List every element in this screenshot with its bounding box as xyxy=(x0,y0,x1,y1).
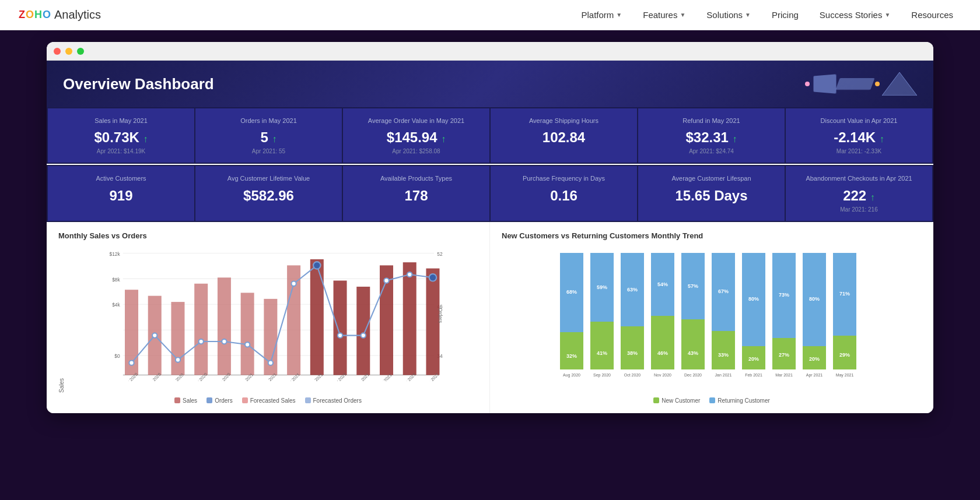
kpi-orders-may-value: 5 ↑ xyxy=(205,129,332,146)
legend-forecasted-orders-dot xyxy=(305,397,311,403)
svg-rect-24 xyxy=(356,287,370,375)
kpi-discount-arrow: ↑ xyxy=(880,134,884,144)
svg-point-28 xyxy=(129,360,134,365)
customer-chart-legend: New Customer Returning Customer xyxy=(502,397,922,404)
svg-point-37 xyxy=(338,333,342,337)
kpi-row-1: Sales in May 2021 $0.73K ↑ Apr 2021: $14… xyxy=(47,107,933,164)
legend-returning-customer: Returning Customer xyxy=(709,397,769,404)
svg-text:38%: 38% xyxy=(627,350,638,356)
nav-solutions[interactable]: Solutions ▼ xyxy=(698,6,759,23)
nav-features[interactable]: Features ▼ xyxy=(635,6,694,23)
kpi-product-types-label: Available Products Types xyxy=(352,174,480,182)
svg-point-40 xyxy=(407,272,412,276)
stacked-chart: 68% 32% 59% 41% 63% 38% xyxy=(502,247,922,393)
kpi-discount: Discount Value in Apr 2021 -2.14K ↑ Mar … xyxy=(786,108,932,163)
svg-text:71%: 71% xyxy=(839,291,850,297)
kpi-purchase-freq-value: 0.16 xyxy=(500,188,628,204)
sales-chart-legend: Sales Orders Forecasted Sales Forecasted… xyxy=(58,397,478,404)
kpi-sales-may-sub: Apr 2021: $14.19K xyxy=(57,148,185,154)
navbar: Z O H O Analytics Platform ▼ Features ▼ … xyxy=(0,0,980,30)
bar-chart-svg: $12k $8k $4k $0 52 46 34 xyxy=(67,247,478,381)
svg-text:68%: 68% xyxy=(566,289,577,295)
kpi-active-customers-label: Active Customers xyxy=(57,174,185,182)
platform-arrow-icon: ▼ xyxy=(616,12,622,18)
kpi-active-customers-value: 919 xyxy=(57,188,185,204)
dashboard-title: Overview Dashboard xyxy=(63,75,214,93)
minimize-btn[interactable] xyxy=(65,48,72,55)
svg-marker-0 xyxy=(882,72,917,96)
kpi-active-customers: Active Customers 919 xyxy=(48,166,194,220)
kpi-abandonment-sub: Mar 2021: 216 xyxy=(795,206,923,213)
svg-rect-19 xyxy=(241,293,254,375)
kpi-avg-order: Average Order Value in May 2021 $145.94 … xyxy=(343,108,489,163)
svg-text:27%: 27% xyxy=(779,352,789,358)
svg-text:41%: 41% xyxy=(597,350,607,356)
deco-dot-1 xyxy=(805,82,810,86)
legend-sales: Sales xyxy=(174,397,197,404)
svg-point-30 xyxy=(176,357,180,362)
kpi-orders-may-label: Orders in May 2021 xyxy=(205,117,332,125)
svg-text:Mar 2021: Mar 2021 xyxy=(775,373,793,377)
svg-point-32 xyxy=(222,339,226,343)
svg-text:46%: 46% xyxy=(657,350,668,356)
kpi-discount-label: Discount Value in Apr 2021 xyxy=(795,117,923,125)
nav-platform[interactable]: Platform ▼ xyxy=(573,6,630,23)
kpi-sales-may-label: Sales in May 2021 xyxy=(57,117,185,125)
svg-text:Oct 2020: Oct 2020 xyxy=(624,373,641,377)
legend-forecasted-orders: Forecasted Orders xyxy=(305,397,362,404)
stacked-chart-svg: 68% 32% 59% 41% 63% 38% xyxy=(502,247,922,381)
kpi-sales-may-value: $0.73K ↑ xyxy=(57,129,185,146)
kpi-discount-value: -2.14K ↑ xyxy=(795,129,923,146)
kpi-avg-order-value: $145.94 ↑ xyxy=(352,129,480,146)
charts-section: Monthly Sales vs Orders Sales xyxy=(47,222,933,413)
svg-text:57%: 57% xyxy=(688,283,698,289)
kpi-orders-may-arrow: ↑ xyxy=(272,134,277,144)
solutions-arrow-icon: ▼ xyxy=(745,12,751,18)
zoho-z: Z xyxy=(19,9,25,21)
svg-text:Feb 2021: Feb 2021 xyxy=(745,373,762,377)
svg-text:73%: 73% xyxy=(779,292,789,298)
svg-rect-23 xyxy=(334,280,347,375)
kpi-lifespan: Average Customer Lifespan 15.65 Days xyxy=(638,166,785,220)
legend-orders: Orders xyxy=(206,397,233,404)
kpi-row-2: Active Customers 919 Avg Customer Lifeti… xyxy=(47,165,933,221)
monthly-sales-panel: Monthly Sales vs Orders Sales xyxy=(47,222,490,413)
svg-text:67%: 67% xyxy=(718,288,729,294)
svg-text:32%: 32% xyxy=(566,353,577,359)
legend-forecasted-sales: Forecasted Sales xyxy=(242,397,296,404)
svg-point-36 xyxy=(313,262,321,269)
svg-text:$8k: $8k xyxy=(112,276,120,282)
y-axis-label-sales: Sales xyxy=(58,247,65,393)
close-btn[interactable] xyxy=(54,48,61,55)
svg-text:29%: 29% xyxy=(839,352,850,358)
deco-shape-1 xyxy=(813,74,836,93)
maximize-btn[interactable] xyxy=(77,48,84,55)
monthly-sales-chart: Sales $12k $8k xyxy=(58,247,478,393)
svg-text:Nov 2020: Nov 2020 xyxy=(654,373,671,377)
svg-point-29 xyxy=(152,333,157,337)
legend-sales-dot xyxy=(174,397,180,403)
svg-rect-62 xyxy=(590,322,614,369)
kpi-abandonment-value: 222 ↑ xyxy=(795,188,923,204)
chart-area-sales: $12k $8k $4k $0 52 46 34 xyxy=(67,247,478,393)
svg-rect-74 xyxy=(681,319,705,369)
kpi-lifespan-value: 15.65 Days xyxy=(648,188,775,204)
svg-point-33 xyxy=(245,342,250,347)
nav-success-stories[interactable]: Success Stories ▼ xyxy=(811,6,898,23)
svg-text:20%: 20% xyxy=(809,356,820,362)
svg-text:80%: 80% xyxy=(809,296,820,302)
nav-pricing[interactable]: Pricing xyxy=(764,6,807,23)
deco-shape-2 xyxy=(835,78,874,90)
kpi-orders-may-sub: Apr 2021: 55 xyxy=(205,148,332,154)
kpi-shipping-label: Average Shipping Hours xyxy=(500,117,628,125)
kpi-lifetime-value-label: Avg Customer Lifetime Value xyxy=(205,174,332,182)
svg-text:$4k: $4k xyxy=(112,302,120,308)
svg-text:Aug 2020: Aug 2020 xyxy=(563,373,580,378)
nav-resources[interactable]: Resources xyxy=(903,6,961,23)
svg-text:33%: 33% xyxy=(718,352,729,358)
features-arrow-icon: ▼ xyxy=(680,12,685,18)
svg-point-39 xyxy=(384,278,388,283)
kpi-orders-may: Orders in May 2021 5 ↑ Apr 2021: 55 xyxy=(195,108,342,163)
svg-point-38 xyxy=(361,333,366,337)
kpi-refund: Refund in May 2021 $32.31 ↑ Apr 2021: $2… xyxy=(638,108,785,163)
